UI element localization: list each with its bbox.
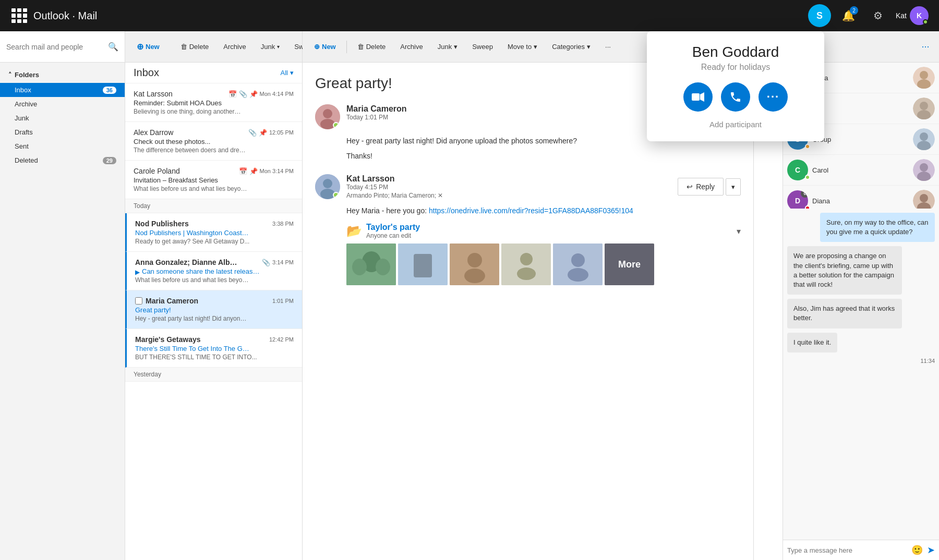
svg-point-20 [568,268,588,282]
onedrive-link[interactable]: https://onedrive.live.com/redir?resid=1G… [429,206,633,215]
list-item[interactable]: D 0 Diana [783,186,939,209]
contact-photo [913,159,935,181]
send-icon[interactable]: ➤ [927,544,935,556]
attachment-section: 📂 Taylor's party Anyone can edit ▾ [346,223,741,285]
photo-grid: More [346,244,741,285]
unread-arrow: ▶ [135,269,140,276]
chat-bubble: Also, Jim has agreed that it works bette… [787,299,902,328]
expand-attachment[interactable]: ▾ [737,226,741,236]
online-status [923,19,928,25]
delete-button[interactable]: 🗑 Delete [175,40,214,54]
svg-point-4 [323,179,332,188]
contact-card-actions: ··· [659,82,812,112]
folder-section: ˄ Folders Inbox 36 Archive Junk [0,63,125,560]
content-more-button[interactable]: ··· [600,40,616,54]
more-label: More [618,259,641,270]
sidebar-item-deleted[interactable]: Deleted 29 [0,153,125,167]
attach-icon: 📎 [239,90,247,98]
sidebar-item-archive[interactable]: Archive [0,97,125,111]
message-block: Kat Larsson Today 4:15 PM Armando Pinto;… [315,174,741,285]
pin-icon: 📌 [259,129,267,137]
notifications-icon[interactable]: 🔔 2 [837,4,860,27]
online-indicator [333,122,339,128]
photo-thumb[interactable] [501,244,551,285]
svg-rect-37 [692,93,700,101]
table-row[interactable]: Maria Cameron 1:01 PM Great party! Hey -… [125,290,302,329]
search-input[interactable] [6,43,104,51]
folder-icon: 📂 [346,224,362,238]
table-row[interactable]: Kat Larsson 📅 📎 📌 Mon 4:14 PM Reminder: … [125,83,302,122]
add-participant-button[interactable]: Add participant [659,120,812,129]
content-sweep-button[interactable]: Sweep [467,40,498,54]
contact-photo [913,190,935,209]
list-item[interactable]: C Carol [783,155,939,186]
photo-thumb[interactable] [553,244,603,285]
photo-more-thumb[interactable]: More [605,244,654,285]
user-avatar[interactable]: K [910,6,929,25]
svg-point-14 [464,269,485,283]
attach-icon: 📎 [248,129,257,137]
email-checkbox[interactable] [135,297,142,305]
svg-point-13 [467,253,482,267]
sidebar-item-sent[interactable]: Sent [0,139,125,153]
content-junk-button[interactable]: Junk ▾ [432,40,463,54]
skype-icon[interactable]: S [808,4,831,27]
avatar [315,174,340,199]
content-delete-button[interactable]: 🗑 Delete [352,40,391,54]
inbox-filter[interactable]: All ▾ [281,69,294,77]
inbox-badge: 36 [103,87,116,94]
photo-thumb[interactable] [450,244,499,285]
attachment-title[interactable]: Taylor's party [366,223,420,232]
phone-call-button[interactable] [721,82,750,112]
online-indicator [333,192,339,198]
email-toolbar: ⊕ New 🗑 Delete Archive Junk ▾ Sweep [125,31,302,63]
table-row[interactable]: Anna Gonzalez; Dianne Alb… 📎 3:14 PM ▶ C… [125,252,302,290]
svg-point-26 [920,102,928,110]
chat-message-input[interactable] [787,546,907,554]
sidebar-item-junk[interactable]: Junk [0,111,125,125]
chat-more-icon[interactable]: ··· [916,38,935,56]
svg-point-16 [520,253,533,265]
archive-button[interactable]: Archive [218,40,251,54]
waffle-icon[interactable] [10,7,27,24]
photo-thumb[interactable] [398,244,448,285]
status-indicator [805,205,810,209]
search-icon[interactable]: 🔍 [108,42,118,52]
table-row[interactable]: Margie's Getaways 12:42 PM There's Still… [125,329,302,368]
contact-badge: 0 [801,190,808,198]
svg-point-17 [517,267,536,280]
table-row[interactable]: Alex Darrow 📎 📌 12:05 PM Check out these… [125,122,302,161]
more-actions-button[interactable]: ··· [759,82,788,112]
table-row[interactable]: Nod Publishers 3:38 PM Nod Publishers | … [125,213,302,252]
table-row[interactable]: Carole Poland 📅 📌 Mon 3:14 PM Invitation… [125,161,302,199]
settings-icon[interactable]: ⚙ [866,4,889,27]
pin-icon: 📌 [249,167,258,175]
contact-avatar: D 0 [787,190,808,209]
new-email-button[interactable]: ⊕ New [309,40,341,54]
emoji-icon[interactable]: 🙂 [911,544,923,556]
app-title: Outlook · Mail [33,10,97,22]
sidebar-item-inbox[interactable]: Inbox 36 [0,83,125,97]
content-categories-button[interactable]: Categories ▾ [547,40,596,54]
status-indicator [805,144,810,149]
attach-icon: 📎 [262,259,270,266]
chat-bubble: I quite like it. [787,333,837,352]
junk-button[interactable]: Junk ▾ [256,40,285,54]
date-separator: Today [125,199,302,213]
video-call-button[interactable] [683,82,713,112]
reply-button[interactable]: ↩ Reply [678,178,724,196]
sidebar-item-drafts[interactable]: Drafts [0,125,125,139]
pin-icon: 📌 [249,90,258,98]
content-archive-button[interactable]: Archive [395,40,428,54]
folders-header[interactable]: ˄ Folders [0,67,125,83]
message-sender: Kat Larsson [346,174,443,184]
reply-dropdown[interactable]: ▾ [726,178,741,196]
new-button[interactable]: ⊕ New [131,39,165,55]
content-moveto-button[interactable]: Move to ▾ [502,40,543,54]
contact-card-status: Ready for holidays [659,63,812,72]
message-body-2: Thanks! [346,151,741,162]
chat-bubble: We are proposing a change on the client'… [787,246,902,295]
photo-thumb[interactable] [346,244,396,285]
contact-photo [913,67,935,89]
contact-photo [913,128,935,150]
